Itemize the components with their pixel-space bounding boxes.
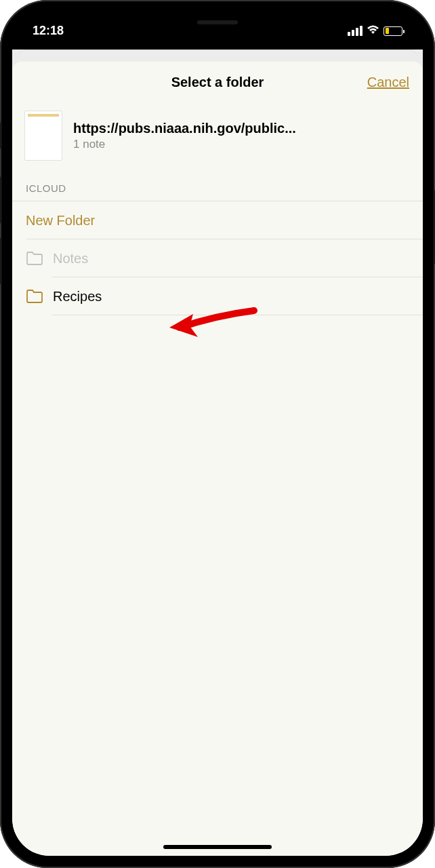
- section-header-icloud: ICLOUD: [12, 174, 423, 201]
- note-meta: https://pubs.niaaa.nih.gov/public... 1 n…: [73, 121, 411, 151]
- folder-list: New Folder Notes Recip: [12, 201, 423, 315]
- phone-screen: 12:18 Select a folder Cancel: [12, 12, 423, 856]
- status-icons: [348, 24, 402, 38]
- folder-icon: [26, 289, 43, 304]
- note-info: https://pubs.niaaa.nih.gov/public... 1 n…: [12, 104, 423, 174]
- note-count: 1 note: [73, 138, 411, 151]
- folder-label: Notes: [53, 251, 88, 267]
- silence-switch: [0, 122, 1, 149]
- sheet-header: Select a folder Cancel: [12, 62, 423, 104]
- background-sheet: [18, 50, 417, 62]
- new-folder-button[interactable]: New Folder: [12, 201, 423, 239]
- folder-row-recipes[interactable]: Recipes: [12, 277, 423, 315]
- folder-label: Recipes: [53, 289, 102, 304]
- new-folder-label: New Folder: [26, 213, 95, 229]
- sheet-title: Select a folder: [171, 75, 264, 90]
- note-thumbnail: [24, 111, 62, 161]
- battery-icon: [384, 26, 402, 36]
- wifi-icon: [367, 24, 379, 38]
- folder-icon: [26, 251, 43, 266]
- modal-sheet: Select a folder Cancel https://pubs.niaa…: [12, 62, 423, 856]
- volume-down-button: [0, 237, 1, 285]
- volume-up-button: [0, 176, 1, 224]
- folder-row-notes: Notes: [12, 239, 423, 277]
- note-title: https://pubs.niaaa.nih.gov/public...: [73, 121, 411, 136]
- status-time: 12:18: [33, 24, 64, 38]
- notch: [140, 12, 295, 36]
- phone-frame: 12:18 Select a folder Cancel: [0, 0, 435, 868]
- app-screen: Select a folder Cancel https://pubs.niaa…: [12, 50, 423, 856]
- cancel-button[interactable]: Cancel: [367, 75, 409, 90]
- home-indicator[interactable]: [163, 845, 272, 849]
- cellular-icon: [348, 26, 362, 36]
